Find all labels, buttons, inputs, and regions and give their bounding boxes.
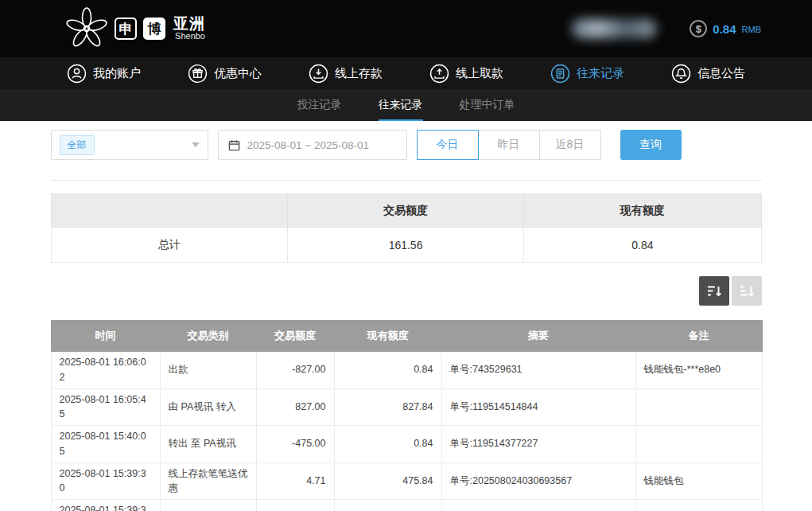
logo-region-text: 亚洲 — [173, 16, 205, 32]
balance-amount: 0.84 — [713, 22, 736, 36]
sort-ascending-button[interactable] — [732, 276, 762, 306]
sort-descending-button[interactable] — [699, 276, 729, 306]
withdraw-icon — [429, 64, 449, 84]
sub-tab-bar: 投注记录 往来记录 处理中订单 — [0, 89, 812, 121]
nav-label: 信息公告 — [697, 66, 745, 81]
filter-row: 全部 2025-08-01 ~ 2025-08-01 今日 昨日 近8日 查询 — [51, 130, 762, 160]
query-button[interactable]: 查询 — [620, 130, 682, 160]
quick-date-buttons: 今日 昨日 近8日 — [417, 130, 601, 160]
cell-transaction-amount: 471.00 — [256, 500, 334, 511]
nav-item-withdraw[interactable]: 线上取款 — [429, 64, 503, 84]
table-row: 2025-08-01 15:39:30 线上存款 471.00 471.13 单… — [51, 500, 762, 511]
cell-current-balance: 827.84 — [334, 388, 441, 426]
last-8-days-button[interactable]: 近8日 — [539, 130, 601, 160]
cell-transaction-amount: -827.00 — [256, 352, 334, 389]
cell-type: 线上存款 — [160, 500, 256, 511]
yesterday-button[interactable]: 昨日 — [478, 130, 540, 160]
nav-label: 优惠中心 — [214, 66, 262, 81]
cell-summary: 单号:743529631 — [441, 352, 635, 389]
summary-col-blank — [51, 194, 287, 228]
col-summary: 摘要 — [441, 321, 635, 352]
cell-type: 由 PA视讯 转入 — [160, 388, 256, 426]
sort-controls — [51, 276, 762, 306]
table-row: 2025-08-01 16:05:45 由 PA视讯 转入 827.00 827… — [51, 388, 762, 426]
cell-remark — [635, 388, 762, 426]
table-header-row: 时间 交易类别 交易额度 现有额度 摘要 备注 — [51, 321, 762, 352]
cell-summary: 单号:202508024030693567 — [441, 462, 635, 500]
logo-subtitle: Shenbo — [175, 32, 205, 41]
col-type: 交易类别 — [160, 321, 256, 352]
cell-time: 2025-08-01 15:39:30 — [51, 462, 160, 500]
balance-currency: RMB — [742, 25, 761, 34]
cell-type: 转出 至 PA视讯 — [160, 426, 256, 463]
site-logo[interactable]: 申 博 亚洲 Shenbo — [65, 7, 205, 50]
cell-time: 2025-08-01 16:06:02 — [51, 352, 160, 389]
dollar-coin-icon: $ — [690, 20, 707, 37]
nav-item-my-account[interactable]: 我的账户 — [67, 64, 141, 84]
nav-label: 我的账户 — [93, 66, 141, 81]
bell-icon — [671, 64, 691, 84]
cell-type: 线上存款笔笔送优惠 — [160, 462, 256, 500]
cell-time: 2025-08-01 16:05:45 — [51, 388, 160, 426]
nav-label: 线上取款 — [456, 66, 503, 81]
date-range-value: 2025-08-01 ~ 2025-08-01 — [247, 139, 370, 151]
date-range-input[interactable]: 2025-08-01 ~ 2025-08-01 — [218, 130, 407, 160]
tab-processing-orders[interactable]: 处理中订单 — [460, 89, 515, 121]
table-row: 2025-08-01 16:06:02 出款 -827.00 0.84 单号:7… — [51, 352, 762, 389]
cell-current-balance: 471.13 — [334, 500, 441, 511]
logo-char-shen: 申 — [115, 18, 137, 40]
cell-remark — [635, 426, 762, 463]
cell-current-balance: 0.84 — [334, 352, 441, 389]
tab-transaction-records[interactable]: 往来记录 — [379, 89, 423, 121]
cell-summary: 单号:119514377227 — [441, 426, 635, 463]
cell-time: 2025-08-01 15:39:30 — [51, 500, 160, 511]
cell-current-balance: 0.84 — [334, 426, 441, 463]
summary-total-label: 总计 — [51, 228, 287, 263]
balance-display: $ 0.84 RMB — [690, 20, 761, 37]
nav-item-records[interactable]: 往来记录 — [550, 64, 624, 84]
cell-transaction-amount: -475.00 — [256, 426, 334, 463]
user-icon — [67, 64, 87, 84]
cell-remark: 钱能钱包 — [635, 462, 762, 500]
summary-header-row: 交易额度 现有额度 — [51, 194, 761, 228]
summary-table: 交易额度 现有额度 总计 161.56 0.84 — [51, 193, 762, 263]
tab-betting-records[interactable]: 投注记录 — [297, 89, 342, 121]
nav-label: 线上存款 — [335, 66, 383, 81]
nav-label: 往来记录 — [577, 66, 624, 81]
cell-summary: 单号:119514514844 — [441, 388, 635, 426]
table-row: 2025-08-01 15:39:30 线上存款笔笔送优惠 4.71 475.8… — [51, 462, 762, 500]
records-icon — [550, 64, 570, 84]
nav-item-announcements[interactable]: 信息公告 — [671, 64, 745, 84]
cell-type: 出款 — [160, 352, 256, 389]
table-row: 2025-08-01 15:40:05 转出 至 PA视讯 -475.00 0.… — [51, 426, 762, 463]
cell-remark: 钱能钱包-***e8e0 — [635, 352, 762, 389]
summary-col-balance: 现有额度 — [524, 194, 761, 228]
nav-item-deposit[interactable]: 线上存款 — [309, 64, 383, 84]
cell-remark: 钱能钱包 — [635, 500, 762, 511]
category-select[interactable]: 全部 — [51, 130, 208, 160]
col-current-balance: 现有额度 — [334, 321, 441, 352]
transactions-table: 时间 交易类别 交易额度 现有额度 摘要 备注 2025-08-01 16:06… — [51, 320, 763, 511]
section-divider — [51, 180, 762, 181]
deposit-icon — [309, 64, 328, 84]
summary-total-balance: 0.84 — [524, 228, 761, 263]
category-selected-chip: 全部 — [60, 135, 95, 155]
sort-ascending-icon — [739, 283, 755, 299]
cell-transaction-amount: 827.00 — [256, 388, 334, 426]
nav-item-promotions[interactable]: 优惠中心 — [188, 64, 262, 84]
cell-current-balance: 475.84 — [334, 462, 441, 500]
calendar-icon — [228, 139, 240, 151]
chevron-down-icon — [192, 142, 200, 147]
cell-transaction-amount: 4.71 — [256, 462, 334, 500]
gift-icon — [188, 64, 208, 84]
col-time: 时间 — [51, 321, 160, 352]
today-button[interactable]: 今日 — [417, 130, 479, 160]
main-nav: 我的账户 优惠中心 线上存款 线上取款 — [0, 57, 812, 89]
content-area: 全部 2025-08-01 ~ 2025-08-01 今日 昨日 近8日 查询 … — [51, 121, 762, 511]
top-header: 申 博 亚洲 Shenbo $ 0.84 RMB — [0, 0, 812, 57]
summary-total-row: 总计 161.56 0.84 — [51, 228, 761, 263]
summary-col-transaction: 交易额度 — [287, 194, 523, 228]
summary-total-transaction: 161.56 — [287, 228, 523, 263]
username-redacted — [572, 19, 656, 38]
col-transaction-amount: 交易额度 — [256, 321, 334, 352]
